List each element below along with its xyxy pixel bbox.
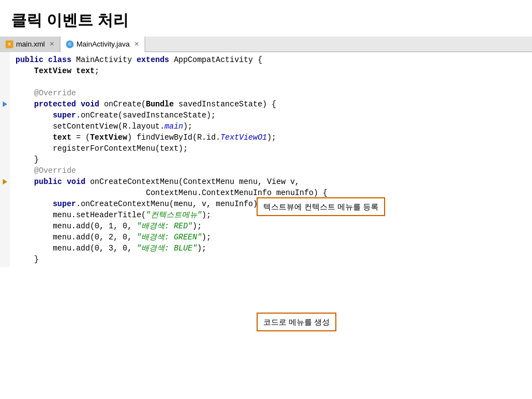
code-line-7: setContentView(R.layout. main ); [16, 121, 526, 132]
code-area: public class MainActivity extends AppCom… [10, 52, 532, 267]
code-line-8: text = ( TextView ) findViewById(R.id. T… [16, 132, 526, 143]
var-text: text [76, 65, 95, 76]
marker-8 [0, 132, 10, 143]
marker-15 [0, 209, 10, 221]
tab-close-java[interactable]: ✕ [134, 40, 139, 48]
marker-5 [0, 99, 10, 110]
kw-super-1: super [53, 110, 76, 121]
callout-2-text: 코드로 메뉴를 생성 [263, 318, 330, 326]
left-markers [0, 52, 10, 267]
string-2: "배경색: RED" [136, 221, 192, 232]
string-1: "컨텍스트메뉴" [146, 209, 202, 221]
code-line-16: menu.add(0, 1, 0, "배경색: RED" ); [16, 221, 526, 232]
type-bundle: Bundle [146, 99, 173, 110]
marker-12 [0, 176, 10, 187]
kw-super-2: super [53, 198, 76, 209]
marker-6 [0, 110, 10, 121]
marker-18 [0, 243, 10, 254]
java-icon: C [66, 40, 74, 48]
var-text-2: text [53, 132, 71, 143]
arrow-oncontext [3, 179, 7, 185]
editor-container: public class MainActivity extends AppCom… [0, 52, 532, 267]
code-line-11: @Override [16, 165, 526, 176]
string-3: "배경색: GREEN" [136, 232, 202, 243]
code-line-13: ContextMenu.ContextMenuInfo menuInfo) { [16, 187, 526, 198]
callout-create-menu: 코드로 메뉴를 생성 [257, 313, 336, 331]
marker-19 [0, 254, 10, 265]
code-line-3 [16, 76, 526, 88]
code-line-9: registerForContextMenu(text); [16, 143, 526, 154]
cast-textview: TextView [90, 132, 127, 143]
marker-10 [0, 154, 10, 165]
code-line-6: super .onCreate(savedInstanceState); [16, 110, 526, 121]
code-line-18: menu.add(0, 3, 0, "배경색: BLUE" ); [16, 243, 526, 254]
classname-1: MainActivity [71, 54, 137, 65]
annotation-2: @Override [16, 165, 76, 176]
tab-label-xml: main.xml [16, 40, 45, 48]
string-4: "배경색: BLUE" [136, 243, 197, 254]
code-line-5: protected void onCreate( Bundle savedIns… [16, 99, 526, 110]
page-title: 클릭 이벤트 처리 [0, 0, 532, 37]
xml-icon: X [6, 40, 13, 48]
kw-public-2: public [34, 176, 62, 187]
parent-class: AppCompatActivity { [169, 54, 262, 65]
layout-main: main [165, 121, 183, 132]
callout-register-context-menu: 텍스트뷰에 컨텍스트 메뉴를 등록 [257, 197, 385, 216]
callout-1-text: 텍스트뷰에 컨텍스트 메뉴를 등록 [263, 202, 378, 211]
annotation-1: @Override [16, 88, 76, 99]
marker-4 [0, 88, 10, 99]
id-textview: TextViewO1 [221, 132, 267, 143]
tab-main-activity[interactable]: C MainActivity.java ✕ [60, 37, 145, 52]
marker-14 [0, 198, 10, 209]
marker-1 [0, 54, 10, 65]
code-line-1: public class MainActivity extends AppCom… [16, 54, 526, 65]
kw-void-2: void [66, 176, 85, 187]
kw-void-1: void [81, 99, 100, 110]
type-textview: TextView [34, 65, 71, 76]
code-line-12: public void onCreateContextMenu(ContextM… [16, 176, 526, 187]
marker-16 [0, 221, 10, 232]
code-line-17: menu.add(0, 2, 0, "배경색: GREEN" ); [16, 232, 526, 243]
code-line-19: } [16, 254, 526, 265]
code-line-10: } [16, 154, 526, 165]
kw-extends: extends [136, 54, 169, 65]
marker-3 [0, 76, 10, 88]
tab-label-java: MainActivity.java [76, 40, 130, 48]
tab-main-xml[interactable]: X main.xml ✕ [0, 37, 60, 52]
tab-close-xml[interactable]: ✕ [49, 40, 54, 48]
marker-7 [0, 121, 10, 132]
marker-9 [0, 143, 10, 154]
marker-2 [0, 65, 10, 76]
kw-public-1: public class [16, 54, 71, 65]
kw-protected: protected [34, 99, 76, 110]
code-line-2: TextView text ; [16, 65, 526, 76]
marker-11 [0, 165, 10, 176]
marker-13 [0, 187, 10, 198]
code-line-4: @Override [16, 88, 526, 99]
marker-17 [0, 232, 10, 243]
arrow-oncreate [3, 101, 7, 107]
tab-bar: X main.xml ✕ C MainActivity.java ✕ [0, 37, 532, 52]
